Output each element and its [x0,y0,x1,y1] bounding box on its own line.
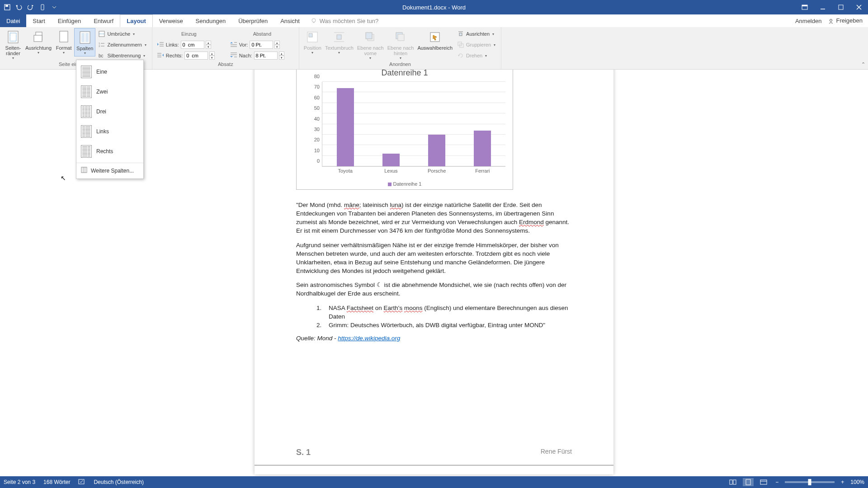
document-body[interactable]: "Der Mond (mhd. māne; lateinisch luna) i… [296,201,572,348]
chart-category-label: Porsche [428,166,446,174]
status-page[interactable]: Seite 2 von 3 [4,479,35,485]
svg-text:2: 2 [99,45,100,47]
tab-home[interactable]: Start [26,14,51,27]
minimize-button[interactable] [814,0,832,14]
undo-button[interactable] [14,2,24,13]
bring-forward-button: Ebene nach vorne▾ [355,28,386,61]
group-icon [457,41,464,48]
size-button[interactable]: Format▾ [53,28,74,56]
chart-category-label: Ferrari [475,166,490,174]
tab-file[interactable]: Datei [0,14,26,27]
columns-button[interactable]: Spalten▾ [74,28,95,56]
qat-customize-button[interactable] [49,2,60,13]
bring-forward-icon [363,30,377,44]
close-button[interactable] [850,0,868,14]
tell-me-search[interactable]: Was möchten Sie tun? [306,14,378,27]
svg-rect-4 [802,5,807,6]
wrap-text-button: Textumbruch▾ [323,28,355,56]
group-paragraph: Einzug Links: ▴▾ Rechts: ▴▾ Abstand [152,27,299,69]
tab-mailings[interactable]: Sendungen [189,14,232,27]
group-label-paragraph: Absatz [155,61,296,68]
save-button[interactable] [2,2,13,13]
ribbon-display-options[interactable] [796,0,814,14]
svg-rect-50 [459,33,462,36]
columns-dropdown: Eine Zwei Drei Links Rechts Weitere Spal… [76,60,144,179]
margins-button[interactable]: Seiten- ränder▾ [3,28,24,61]
spacing-before-label: Vor: [239,42,248,47]
tab-layout[interactable]: Layout [120,14,153,28]
spacing-after-spinner[interactable]: ▴▾ [279,52,284,60]
zoom-out-button[interactable]: − [774,479,780,485]
status-word-count[interactable]: 168 Wörter [43,479,70,485]
breaks-button[interactable]: Umbrüche▾ [97,29,147,39]
orientation-button[interactable]: Ausrichtung▾ [24,28,53,56]
columns-right[interactable]: Rechts [76,141,143,161]
reference-list: NASA Factsheet on Earth's moons (Englisc… [323,304,572,329]
columns-left[interactable]: Links [76,122,143,141]
account-area: Anmelden Freigeben [795,14,868,27]
zoom-slider[interactable] [785,481,835,483]
zoom-in-button[interactable]: + [839,479,846,485]
svg-rect-47 [398,34,404,41]
orientation-icon [31,30,46,44]
status-language[interactable]: Deutsch (Österreich) [94,479,144,485]
group-label-arrange: Anordnen [302,61,498,68]
indent-left-icon [157,42,164,48]
columns-two[interactable]: Zwei [76,82,143,102]
chart-bar [428,135,445,166]
tab-insert[interactable]: Einfügen [52,14,87,27]
print-layout-button[interactable] [743,478,754,486]
selection-pane-button[interactable]: Auswahlbereich [415,28,454,52]
chart-category-label: Lexus [384,166,397,174]
maximize-button[interactable] [832,0,850,14]
tab-design[interactable]: Entwurf [87,14,120,27]
chart-category-label: Toyota [338,166,352,174]
columns-more[interactable]: Weitere Spalten... [76,164,143,177]
zoom-level[interactable]: 100% [850,479,864,485]
svg-rect-2 [41,5,44,10]
svg-rect-53 [81,167,87,173]
tab-view[interactable]: Ansicht [274,14,306,27]
svg-text:bc: bc [99,53,104,58]
spacing-after-icon [230,52,237,59]
window-controls [796,0,868,14]
wrap-icon [332,30,346,44]
indent-left-spinner[interactable]: ▴▾ [206,41,211,49]
redo-button[interactable] [25,2,36,13]
indent-right-spinner[interactable]: ▴▾ [209,52,215,60]
columns-icon [78,30,92,45]
chart-bar [474,131,491,166]
position-button: Position▾ [302,28,323,56]
read-mode-button[interactable] [727,478,738,486]
collapse-ribbon-button[interactable]: ⌃ [861,61,865,67]
spacing-after-input[interactable] [254,52,278,60]
touch-mode-button[interactable] [37,2,48,13]
web-layout-button[interactable] [758,478,769,486]
indent-right-input[interactable] [184,52,208,60]
indent-left-input[interactable] [181,41,204,49]
hyphenation-button[interactable]: bcSilbentrennung▾ [97,51,147,61]
indent-header: Einzug [181,31,197,37]
share-button[interactable]: Freigeben [828,17,863,24]
source-link[interactable]: https://de.wikipedia.org [338,335,400,342]
columns-one[interactable]: Eine [76,62,143,82]
align-button[interactable]: Ausrichten▾ [456,29,496,39]
spacing-before-spinner[interactable]: ▴▾ [274,41,280,49]
tab-references[interactable]: Verweise [153,14,189,27]
margins-icon [6,30,20,44]
line-numbers-icon: 12 [98,41,105,48]
chart-bar [382,154,400,166]
spacing-before-input[interactable] [250,41,273,49]
size-icon [57,30,71,44]
signin-link[interactable]: Anmelden [795,18,822,24]
paragraph-1: "Der Mond (mhd. māne; lateinisch luna) i… [296,201,572,235]
svg-rect-68 [746,479,750,485]
columns-three[interactable]: Drei [76,102,143,122]
status-proofing-icon[interactable] [78,479,85,486]
paragraph-2: Aufgrund seiner verhältnismäßigen Nähe i… [296,241,572,276]
indent-left-label: Links: [166,42,179,47]
tab-review[interactable]: Überprüfen [232,14,274,27]
line-numbers-button[interactable]: 12Zeilennummern▾ [97,40,147,50]
lightbulb-icon [311,18,317,24]
page-1: Datenreihe 1 01020304050607080ToyotaLexu… [255,70,613,474]
